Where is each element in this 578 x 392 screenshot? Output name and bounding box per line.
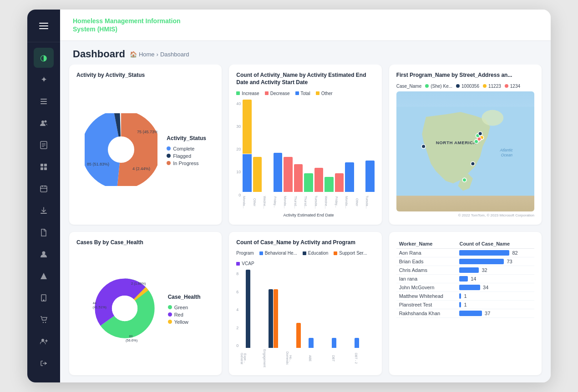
worker-bar-cell: 14 (456, 275, 534, 283)
svg-rect-17 (41, 213, 47, 214)
svg-rect-12 (44, 167, 47, 170)
worker-bar (459, 285, 480, 290)
worker-bar-cell: 82 (456, 249, 534, 257)
svg-point-20 (43, 300, 44, 301)
worker-name: Brian Eads (396, 257, 457, 266)
svg-rect-0 (41, 99, 47, 100)
pie-svg: 75 (45.73%) 4 (2.44%) 85 (51.83%) (85, 113, 157, 186)
worker-bar (459, 293, 461, 299)
svg-rect-2 (41, 103, 47, 104)
case-program-title: Count of Case_Name by Activity and Progr… (236, 239, 374, 246)
main-content: Homeless Management Information System (… (60, 10, 551, 382)
table-row: Planstreet Test1 (396, 301, 534, 309)
sidebar-logo[interactable] (27, 10, 60, 42)
worker-bar (459, 259, 504, 264)
legend-yellow: Yellow (168, 319, 201, 325)
pie-legend: Activity_Status Complete Flagged In Prog… (167, 135, 206, 166)
map-credit: © 2022 TomTom, © 2023 Microsoft Corporat… (396, 213, 534, 217)
table-row: Aon Rana82 (396, 248, 534, 257)
worker-name: Matthew Whitehead (396, 292, 457, 301)
sidebar-item-calendar[interactable] (34, 179, 54, 199)
workers-card: Worker_Name Count of Case_Name Aon Rana8… (389, 232, 542, 375)
donut-svg: 2 (1.89%) 44 (41.51%) 60 (56.6%) (91, 274, 159, 342)
bar-group-1 (243, 100, 251, 192)
menu-button[interactable] (39, 23, 48, 29)
worker-bar-cell: 1 (456, 292, 534, 301)
bar-group-g5 (332, 270, 352, 348)
legend-complete: Complete (167, 146, 206, 151)
svg-marker-19 (41, 273, 47, 279)
worker-name: Aon Rana (396, 248, 457, 257)
svg-point-4 (45, 121, 47, 123)
svg-point-23 (41, 339, 44, 342)
svg-point-46 (462, 178, 466, 182)
sidebar-item-user[interactable] (34, 244, 54, 264)
bar-group-9 (324, 100, 333, 192)
pie-container: 75 (45.73%) 4 (2.44%) 85 (51.83%) Activi… (76, 84, 214, 217)
pie-chart: 75 (45.73%) 4 (2.44%) 85 (51.83%) (85, 113, 157, 188)
x-axis-labels-2: General Expe... Engagement Domestic Ho..… (240, 348, 374, 368)
sidebar-item-grid[interactable] (34, 157, 54, 177)
map-legend-label: Case_Name (396, 84, 422, 89)
bar-group-8 (314, 100, 323, 192)
bar-group-6 (294, 100, 303, 192)
pie-legend-title: Activity_Status (167, 135, 206, 141)
page-title: Dashboard (73, 48, 125, 60)
bars-container (243, 100, 374, 192)
donut-chart: 2 (1.89%) 44 (41.51%) 60 (56.6%) (91, 274, 159, 344)
sidebar-item-dashboard[interactable]: ◑ (34, 48, 54, 68)
svg-point-35 (482, 110, 503, 126)
worker-bar (459, 276, 468, 281)
activity-status-title: Activity by Activity_Status (76, 72, 214, 79)
svg-text:Ocean: Ocean (501, 153, 512, 157)
y-axis: 40 30 20 10 0 (236, 100, 243, 217)
worker-bar-cell: 37 (456, 309, 534, 318)
svg-text:4 (2.44%): 4 (2.44%) (132, 166, 150, 171)
sidebar-item-exit[interactable] (34, 353, 54, 373)
worker-bar (459, 302, 461, 307)
worker-name: Planstreet Test (396, 301, 457, 309)
svg-point-50 (112, 296, 137, 321)
sidebar-item-phone[interactable] (34, 288, 54, 308)
sidebar-item-download[interactable] (34, 201, 54, 221)
map-svg: Atlantic Ocean NORTH AMERICA (396, 91, 534, 211)
workers-tbody: Aon Rana82Brian Eads73Chris Adams32Ian r… (396, 248, 534, 318)
bar-group-g1 (240, 270, 260, 348)
activity-count-title: Count of Activity_Name by Activity Estim… (236, 72, 374, 86)
y-axis-2: 8 6 4 2 0 (236, 270, 240, 368)
svg-text:(41.51%): (41.51%) (92, 305, 106, 309)
table-row: Brian Eads73 (396, 257, 534, 266)
prog-legend-2: Education (303, 251, 328, 256)
sidebar-item-report[interactable] (34, 135, 54, 155)
bar-group-g4 (309, 270, 329, 348)
worker-bar (459, 267, 479, 273)
map-card: First Program_Name by Street_Address an.… (389, 65, 542, 224)
legend-total: Total (295, 91, 310, 96)
svg-text:60: 60 (129, 334, 132, 338)
sidebar-item-sparkle[interactable]: ✦ (34, 70, 54, 90)
svg-point-45 (471, 162, 475, 166)
bar-group-2 (253, 100, 262, 192)
donut-legend-title: Case_Health (168, 294, 201, 300)
grouped-chart-body: 8 6 4 2 0 (236, 270, 374, 368)
map-legend-4: 1234 (505, 84, 520, 89)
svg-text:Atlantic: Atlantic (499, 148, 513, 152)
table-row: Ian rana14 (396, 275, 534, 283)
sidebar-item-file[interactable] (34, 222, 54, 242)
svg-rect-1 (41, 101, 47, 102)
home-icon: 🏠 (130, 51, 137, 58)
sidebar-item-add-user[interactable] (34, 332, 54, 352)
grouped-bars-area: General Expe... Engagement Domestic Ho..… (240, 270, 374, 368)
case-health-title: Cases By by Case_Health (76, 239, 214, 246)
x-axis-labels: Monda... Other Wedne... Friday... Monda.… (243, 192, 374, 212)
bar-group-11 (345, 100, 354, 192)
bar-group-g3 (286, 270, 306, 348)
donut-legend: Case_Health Green Red Yellow (168, 294, 201, 325)
sidebar-item-cart[interactable] (34, 310, 54, 330)
sidebar-item-filter[interactable] (34, 266, 54, 286)
sidebar-item-list[interactable] (34, 91, 54, 111)
top-header: Homeless Management Information System (… (60, 10, 551, 41)
worker-name: John McGovern (396, 283, 457, 292)
sidebar-item-people[interactable] (34, 113, 54, 133)
bar-group-g2 (263, 270, 283, 348)
